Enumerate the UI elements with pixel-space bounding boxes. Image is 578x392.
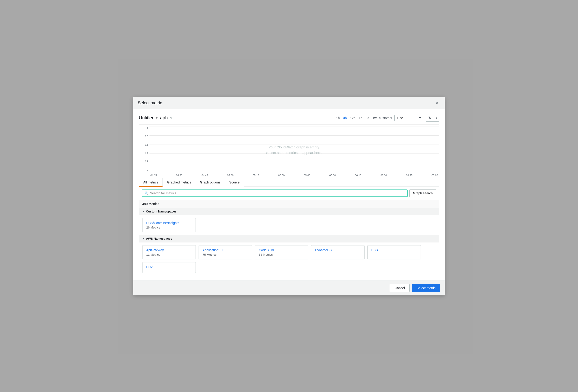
select-metric-button[interactable]: Select metric (412, 284, 440, 292)
chart-type-select[interactable]: Line Stacked area Number (394, 115, 423, 121)
search-icon: 🔍 (144, 191, 148, 195)
custom-namespaces-label: Custom Namespaces (146, 210, 177, 213)
namespace-card-codebuild-count: 58 Metrics (259, 253, 304, 256)
x-label-0545: 05:45 (304, 174, 310, 177)
namespace-card-ecs[interactable]: ECS/ContainerInsights 26 Metrics (142, 218, 196, 232)
namespace-card-codebuild[interactable]: CodeBuild 58 Metrics (255, 245, 308, 259)
namespace-card-apigateway-count: 11 Metrics (146, 253, 192, 256)
chart-empty-message: Your CloudWatch graph is empty. Select s… (266, 144, 322, 156)
y-label-06: 0.6 (144, 143, 148, 146)
x-label-0630: 06:30 (380, 174, 387, 177)
x-label-0415: 04:15 (150, 174, 157, 177)
refresh-button[interactable]: ↻ (426, 114, 434, 121)
aws-namespace-items: ApiGateway 11 Metrics ApplicationELB 75 … (139, 242, 439, 276)
refresh-btn-group: ↻ ▾ (426, 114, 439, 122)
search-input[interactable] (150, 191, 405, 195)
time-btn-12h[interactable]: 12h (349, 116, 356, 120)
namespace-card-apigateway-name: ApiGateway (146, 248, 192, 252)
custom-namespace-items: ECS/ContainerInsights 26 Metrics (139, 215, 439, 235)
tab-graph-options[interactable]: Graph options (195, 178, 225, 187)
graph-title-left: Untitled graph ✎ (139, 115, 173, 120)
y-label-04: 0.4 (144, 152, 148, 155)
time-btn-1h[interactable]: 1h (335, 116, 341, 120)
graph-title-row: Untitled graph ✎ 1h 3h 12h 1d 3d 1w cust… (139, 114, 439, 122)
chart-main: Your CloudWatch graph is empty. Select s… (149, 125, 439, 178)
aws-namespaces-label: AWS Namespaces (146, 237, 172, 240)
namespace-card-applicationelb[interactable]: ApplicationELB 75 Metrics (198, 245, 252, 259)
chart-y-axis: 1 0.8 0.6 0.4 0.2 0 (139, 125, 149, 178)
tab-graphed-metrics[interactable]: Graphed metrics (163, 178, 195, 187)
aws-namespaces-header: ▼ AWS Namespaces (139, 235, 439, 242)
namespace-card-ecs-name: ECS/ContainerInsights (146, 221, 192, 225)
namespace-card-ec2-name: EC2 (146, 265, 192, 269)
x-label-0645: 06:45 (406, 174, 412, 177)
chart-dots-indicator: ··· (292, 170, 296, 173)
x-label-0600: 06:00 (330, 174, 336, 177)
select-metric-modal: Select metric × Untitled graph ✎ 1h 3h 1… (133, 97, 445, 295)
y-label-08: 0.8 (144, 135, 148, 138)
gridline-2 (149, 135, 439, 136)
collapse-icon-custom[interactable]: ▼ (142, 210, 144, 213)
metrics-list-container: ▼ Custom Namespaces ECS/ContainerInsight… (139, 208, 439, 276)
tab-source[interactable]: Source (225, 178, 244, 187)
cancel-button[interactable]: Cancel (390, 284, 410, 292)
y-label-1: 1 (147, 126, 148, 129)
namespace-card-ecs-count: 26 Metrics (146, 226, 192, 229)
x-label-0700: 07:00 (432, 174, 438, 177)
x-label-0615: 06:15 (355, 174, 362, 177)
time-btn-custom[interactable]: custom ▾ (379, 116, 392, 120)
x-label-0430: 04:30 (176, 174, 183, 177)
collapse-icon-aws[interactable]: ▼ (142, 237, 144, 240)
chart-area: 1 0.8 0.6 0.4 0.2 0 (139, 124, 439, 178)
time-btn-3h[interactable]: 3h (342, 116, 348, 120)
namespace-card-ebs[interactable]: EBS (367, 245, 421, 259)
modal-body: Untitled graph ✎ 1h 3h 12h 1d 3d 1w cust… (133, 109, 445, 280)
namespace-card-codebuild-name: CodeBuild (259, 248, 304, 252)
tabs-row: All metrics Graphed metrics Graph option… (139, 178, 439, 187)
time-btn-3d[interactable]: 3d (365, 116, 370, 120)
search-input-wrapper: 🔍 (142, 190, 408, 197)
gridline-1 (149, 126, 439, 127)
metrics-count: 490 Metrics (139, 200, 439, 208)
time-options: 1h 3h 12h 1d 3d 1w custom ▾ (335, 116, 392, 120)
namespace-card-dynamodb-name: DynamoDB (315, 248, 361, 252)
y-label-0: 0 (147, 168, 148, 171)
edit-title-icon[interactable]: ✎ (170, 116, 173, 120)
x-label-0530: 05:30 (278, 174, 285, 177)
modal-close-button[interactable]: × (434, 100, 440, 106)
custom-namespaces-section: ▼ Custom Namespaces ECS/ContainerInsight… (139, 208, 439, 235)
search-row: 🔍 Graph search (139, 187, 439, 200)
namespace-card-dynamodb[interactable]: DynamoDB (311, 245, 365, 259)
x-label-0500: 05:00 (227, 174, 234, 177)
time-btn-1w[interactable]: 1w (372, 116, 378, 120)
metrics-section: 🔍 Graph search 490 Metrics ▼ Custo (139, 187, 439, 276)
x-label-0445: 04:45 (202, 174, 208, 177)
namespace-card-ebs-name: EBS (371, 248, 417, 252)
namespace-card-applicationelb-count: 75 Metrics (202, 253, 248, 256)
graph-search-button[interactable]: Graph search (409, 189, 436, 197)
modal-title: Select metric (138, 101, 162, 105)
graph-title: Untitled graph (139, 115, 168, 120)
modal-overlay: Select metric × Untitled graph ✎ 1h 3h 1… (0, 0, 578, 392)
y-label-02: 0.2 (144, 160, 148, 163)
chart-empty-line1: Your CloudWatch graph is empty. (266, 144, 322, 150)
namespace-card-ec2[interactable]: EC2 (142, 262, 196, 273)
chart-empty-line2: Select some metrics to appear here. (266, 150, 322, 156)
namespace-card-applicationelb-name: ApplicationELB (202, 248, 248, 252)
graph-controls-right: 1h 3h 12h 1d 3d 1w custom ▾ Line Stacked… (335, 114, 439, 122)
aws-namespaces-section: ▼ AWS Namespaces ApiGateway 11 Metrics A… (139, 235, 439, 276)
x-label-0515: 05:15 (253, 174, 259, 177)
metrics-list: ▼ Custom Namespaces ECS/ContainerInsight… (139, 208, 439, 276)
namespace-card-apigateway[interactable]: ApiGateway 11 Metrics (142, 245, 196, 259)
chart-x-labels: 04:15 04:30 04:45 05:00 05:15 05:30 05:4… (149, 174, 439, 177)
modal-footer: Cancel Select metric (133, 280, 445, 295)
time-btn-1d[interactable]: 1d (358, 116, 363, 120)
tab-all-metrics[interactable]: All metrics (139, 178, 163, 187)
custom-namespaces-header: ▼ Custom Namespaces (139, 208, 439, 215)
modal-header: Select metric × (133, 97, 445, 109)
refresh-dropdown-button[interactable]: ▾ (434, 114, 439, 121)
